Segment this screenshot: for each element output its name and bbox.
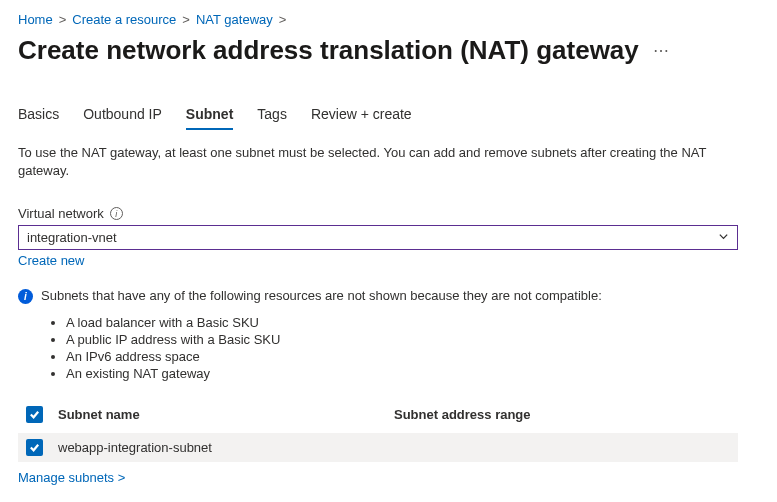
tab-review-create[interactable]: Review + create <box>311 102 412 130</box>
compat-reason: An IPv6 address space <box>66 348 759 365</box>
subnet-table-row[interactable]: webapp-integration-subnet <box>18 433 738 462</box>
breadcrumb-create-resource[interactable]: Create a resource <box>72 12 176 27</box>
subnet-row-checkbox[interactable] <box>26 439 43 456</box>
breadcrumb: Home > Create a resource > NAT gateway > <box>18 12 759 27</box>
compat-reason: A load balancer with a Basic SKU <box>66 314 759 331</box>
page-title: Create network address translation (NAT)… <box>18 35 639 66</box>
chevron-right-icon: > <box>182 12 190 27</box>
col-header-subnet-range: Subnet address range <box>394 407 730 422</box>
chevron-right-icon: > <box>279 12 287 27</box>
compatibility-info-text: Subnets that have any of the following r… <box>41 288 602 303</box>
info-icon: i <box>18 289 33 304</box>
virtual-network-label: Virtual network <box>18 206 104 221</box>
manage-subnets-link[interactable]: Manage subnets > <box>18 470 125 485</box>
breadcrumb-home[interactable]: Home <box>18 12 53 27</box>
subnet-table-header: Subnet name Subnet address range <box>18 400 738 429</box>
create-new-vnet-link[interactable]: Create new <box>18 253 84 268</box>
tab-subnet[interactable]: Subnet <box>186 102 233 130</box>
tabs: Basics Outbound IP Subnet Tags Review + … <box>18 102 759 130</box>
compat-reason: An existing NAT gateway <box>66 365 759 382</box>
more-icon[interactable]: ⋯ <box>653 41 670 60</box>
chevron-down-icon <box>718 231 729 244</box>
subnet-row-name: webapp-integration-subnet <box>58 440 394 455</box>
chevron-right-icon: > <box>59 12 67 27</box>
tab-basics[interactable]: Basics <box>18 102 59 130</box>
virtual-network-dropdown[interactable]: integration-vnet <box>18 225 738 250</box>
tab-tags[interactable]: Tags <box>257 102 287 130</box>
virtual-network-value: integration-vnet <box>27 230 117 245</box>
compat-reason: A public IP address with a Basic SKU <box>66 331 759 348</box>
info-icon[interactable]: i <box>110 207 123 220</box>
breadcrumb-nat-gateway[interactable]: NAT gateway <box>196 12 273 27</box>
tab-outbound-ip[interactable]: Outbound IP <box>83 102 162 130</box>
select-all-checkbox[interactable] <box>26 406 43 423</box>
col-header-subnet-name: Subnet name <box>58 407 394 422</box>
compatibility-reasons-list: A load balancer with a Basic SKU A publi… <box>66 314 759 382</box>
tab-description: To use the NAT gateway, at least one sub… <box>18 144 738 180</box>
